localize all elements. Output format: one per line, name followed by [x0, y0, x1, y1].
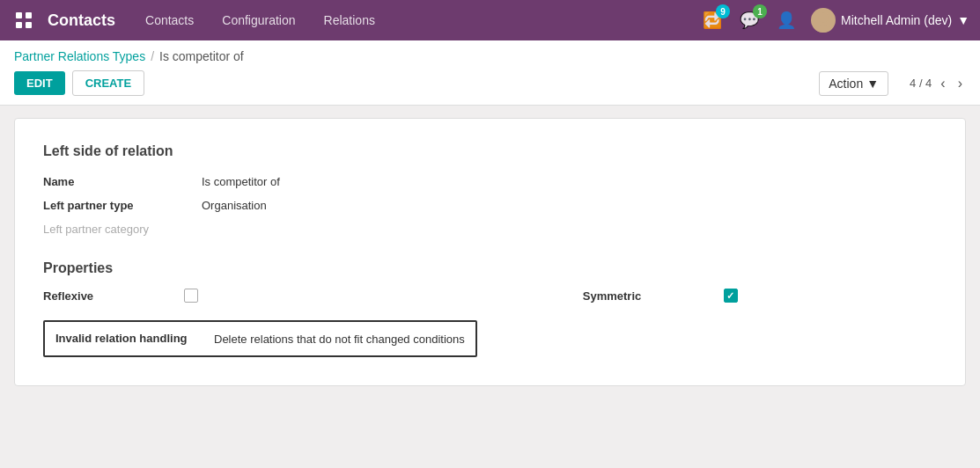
reflexive-checkbox[interactable] [184, 289, 198, 303]
messages-badge: 1 [753, 4, 767, 18]
action-bar: EDIT CREATE Action ▼ 4 / 4 ‹ › [14, 70, 966, 105]
svg-point-4 [818, 12, 829, 23]
name-value: Is competitor of [202, 175, 937, 188]
edit-button[interactable]: EDIT [14, 71, 65, 95]
main-content: Left side of relation Name Is competitor… [0, 106, 980, 399]
invalid-relation-value: Delete relations that do not fit changed… [214, 333, 465, 346]
create-button[interactable]: CREATE [72, 70, 144, 96]
activity-button[interactable]: 👤 [774, 8, 799, 33]
reflexive-label: Reflexive [43, 289, 184, 303]
section-title-left: Left side of relation [43, 143, 937, 159]
breadcrumb-current: Is competitor of [159, 49, 244, 63]
grid-icon[interactable] [11, 7, 37, 33]
pagination-next[interactable]: › [954, 76, 966, 91]
invalid-relation-label: Invalid relation handling [55, 331, 214, 347]
topbar: Contacts Contacts Configuration Relation… [0, 0, 980, 40]
symmetric-checkbox[interactable] [724, 289, 738, 303]
pagination-info: 4 / 4 [910, 77, 932, 90]
nav-contacts[interactable]: Contacts [140, 10, 199, 31]
field-group: Name Is competitor of Left partner type … [43, 175, 937, 236]
breadcrumb-separator: / [151, 49, 154, 63]
breadcrumb-bar: Partner Relations Types / Is competitor … [0, 40, 980, 106]
invalid-relation-row: Invalid relation handling Delete relatio… [43, 320, 477, 357]
updates-badge: 9 [716, 4, 730, 18]
properties-title: Properties [43, 260, 937, 276]
messages-button[interactable]: 💬 1 [737, 8, 762, 33]
symmetric-label: Symmetric [583, 289, 724, 303]
svg-rect-3 [26, 22, 32, 28]
breadcrumb-parent[interactable]: Partner Relations Types [14, 49, 145, 63]
left-partner-category-label: Left partner category [43, 223, 202, 236]
updates-button[interactable]: 🔁 9 [700, 8, 725, 33]
left-partner-type-label: Left partner type [43, 199, 202, 212]
nav-configuration[interactable]: Configuration [217, 10, 300, 31]
form-card: Left side of relation Name Is competitor… [14, 118, 966, 386]
app-name: Contacts [48, 11, 115, 30]
user-menu-chevron: ▼ [957, 13, 969, 27]
props-row: Reflexive Invalid relation handling Dele… [43, 289, 937, 357]
svg-point-5 [814, 25, 832, 33]
avatar [811, 8, 836, 33]
user-name: Mitchell Admin (dev) [841, 13, 952, 27]
action-label: Action [829, 77, 863, 91]
svg-rect-0 [16, 12, 22, 18]
svg-rect-1 [26, 12, 32, 18]
left-partner-type-value: Organisation [202, 199, 937, 212]
topbar-right: 🔁 9 💬 1 👤 Mitchell Admin (dev) ▼ [700, 8, 969, 33]
nav-relations[interactable]: Relations [319, 10, 380, 31]
pagination-prev[interactable]: ‹ [937, 76, 948, 91]
svg-rect-2 [16, 22, 22, 28]
action-dropdown[interactable]: Action ▼ [819, 71, 888, 96]
breadcrumb: Partner Relations Types / Is competitor … [14, 49, 966, 63]
pagination: 4 / 4 ‹ › [910, 76, 966, 91]
top-navigation: Contacts Configuration Relations [140, 10, 700, 31]
action-chevron-icon: ▼ [866, 77, 879, 91]
name-label: Name [43, 175, 202, 188]
user-menu[interactable]: Mitchell Admin (dev) ▼ [811, 8, 969, 33]
